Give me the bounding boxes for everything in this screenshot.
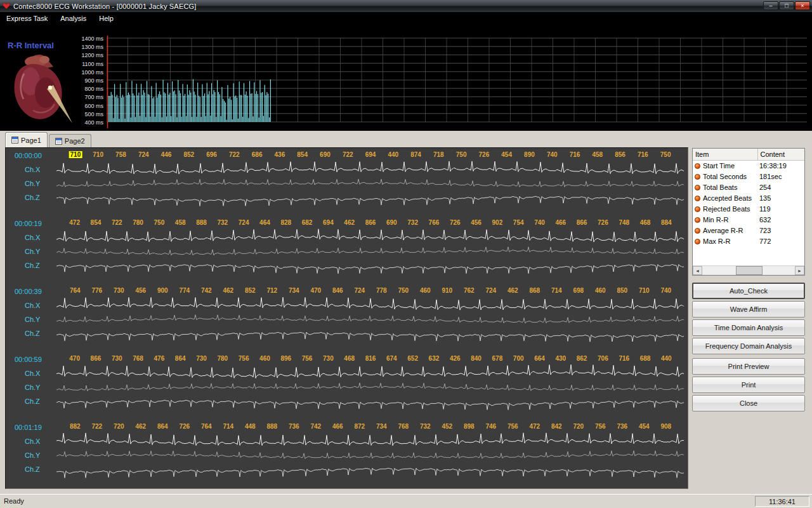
tab-page1[interactable]: Page1 [5,132,48,147]
close-window-button[interactable]: × [795,1,810,10]
rr-value[interactable]: 462 [508,287,518,294]
rr-value[interactable]: 716 [638,151,648,158]
rr-value[interactable]: 866 [577,219,587,226]
rr-value[interactable]: 910 [442,287,452,294]
rr-value[interactable]: 456 [135,287,146,294]
rr-value[interactable]: 726 [598,219,608,226]
rr-value[interactable]: 724 [239,219,249,226]
scroll-left-icon[interactable]: ◄ [693,266,702,275]
rr-value[interactable]: 872 [354,423,365,430]
print-button[interactable]: Print [692,377,805,393]
wave-affirm-button[interactable]: Wave Affirm [692,301,805,318]
rr-value[interactable]: 694 [365,151,376,158]
rr-value[interactable]: 430 [555,355,566,362]
time-domain-analysis-button[interactable]: Time Domain Analysis [692,319,805,336]
auto-check-button[interactable]: Auto_Check [692,283,805,299]
rr-value[interactable]: 470 [310,287,321,294]
rr-value[interactable]: 764 [70,287,81,294]
rr-value[interactable]: 664 [534,355,545,362]
scroll-right-icon[interactable]: ► [795,266,804,275]
rr-value[interactable]: 476 [154,355,165,362]
rr-value[interactable]: 452 [442,423,452,430]
rr-value[interactable]: 712 [266,287,277,294]
rr-value[interactable]: 688 [640,355,651,362]
rr-value[interactable]: 730 [196,355,207,362]
rr-value[interactable]: 866 [91,355,102,362]
rr-value[interactable]: 720 [114,423,124,430]
rr-value[interactable]: 454 [501,151,512,158]
rr-value[interactable]: 828 [280,219,291,226]
rr-value[interactable]: 454 [639,423,650,430]
titlebar[interactable]: Contec8000 ECG Workstation - [0000001 Ja… [0,0,812,12]
rr-value[interactable]: 682 [302,219,313,226]
rr-value[interactable]: 468 [640,219,651,226]
rr-value[interactable]: 720 [573,423,584,430]
rr-value[interactable]: 698 [573,287,584,294]
rr-value[interactable]: 456 [471,219,481,226]
rr-value[interactable]: 754 [513,219,524,226]
rr-value[interactable]: 742 [201,287,212,294]
rr-value[interactable]: 460 [420,287,431,294]
menu-help[interactable]: Help [93,13,120,25]
rr-value[interactable]: 722 [229,151,240,158]
rr-value[interactable]: 882 [70,423,81,430]
rr-value[interactable]: 440 [661,355,672,362]
rr-value[interactable]: 768 [398,423,409,430]
rr-value[interactable]: 780 [133,219,143,226]
rr-value[interactable]: 732 [407,219,418,226]
stats-hscrollbar[interactable]: ◄ ► [693,265,804,275]
rr-value[interactable]: 730 [323,355,334,362]
rr-value[interactable]: 732 [217,219,228,226]
rr-value[interactable]: 902 [492,219,503,226]
rr-value[interactable]: 742 [310,423,321,430]
rr-value[interactable]: 458 [175,219,186,226]
rr-value[interactable]: 758 [115,151,126,158]
rr-value-selected[interactable]: 710 [69,151,82,158]
rr-value[interactable]: 460 [595,287,606,294]
rr-value[interactable]: 768 [133,355,143,362]
rr-value[interactable]: 706 [598,355,608,362]
rr-value[interactable]: 884 [661,219,672,226]
rr-value[interactable]: 696 [206,151,217,158]
rr-value[interactable]: 862 [577,355,587,362]
rr-value[interactable]: 764 [201,423,212,430]
menu-express-task[interactable]: Express Task [0,13,54,25]
rr-value[interactable]: 722 [91,423,102,430]
rr-value[interactable]: 718 [433,151,444,158]
rr-value[interactable]: 842 [551,423,562,430]
rr-value[interactable]: 462 [135,423,146,430]
rr-value[interactable]: 900 [157,287,168,294]
rr-value[interactable]: 756 [508,423,518,430]
rr-value[interactable]: 462 [344,219,355,226]
rr-value[interactable]: 448 [245,423,256,430]
scrollbar-thumb[interactable] [736,266,763,275]
rr-value[interactable]: 840 [471,355,481,362]
rr-value[interactable]: 896 [280,355,291,362]
rr-value[interactable]: 750 [660,151,671,158]
ecg-waveforms[interactable] [56,364,684,415]
ecg-waveforms[interactable] [56,432,684,483]
rr-value[interactable]: 710 [639,287,650,294]
tab-page2[interactable]: Page2 [49,134,91,147]
rr-value[interactable]: 868 [529,287,540,294]
rr-value[interactable]: 726 [450,219,461,226]
rr-value[interactable]: 854 [297,151,308,158]
rr-value[interactable]: 890 [524,151,535,158]
rr-value[interactable]: 856 [615,151,625,158]
rr-value[interactable]: 726 [479,151,490,158]
rr-value[interactable]: 468 [344,355,355,362]
rr-value[interactable]: 778 [376,287,387,294]
rr-value[interactable]: 674 [386,355,397,362]
rr-value[interactable]: 470 [69,355,80,362]
rr-value[interactable]: 722 [112,219,122,226]
rr-value[interactable]: 874 [410,151,421,158]
rr-value[interactable]: 722 [343,151,353,158]
rr-value[interactable]: 852 [245,287,256,294]
rr-value[interactable]: 736 [289,423,299,430]
rr-value[interactable]: 466 [332,423,343,430]
rr-value[interactable]: 750 [154,219,165,226]
rr-value[interactable]: 446 [161,151,172,158]
rr-value[interactable]: 466 [555,219,566,226]
rr-value[interactable]: 436 [275,151,285,158]
rr-value[interactable]: 756 [302,355,313,362]
